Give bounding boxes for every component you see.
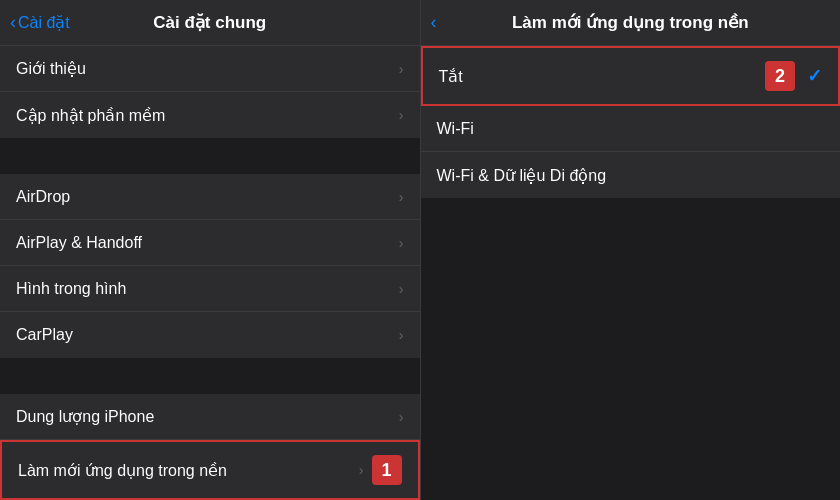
chevron-icon: ›	[399, 281, 404, 297]
section-2: AirDrop › AirPlay & Handoff › Hình trong…	[0, 174, 420, 358]
step-badge-2: 2	[765, 61, 795, 91]
chevron-icon: ›	[399, 61, 404, 77]
chevron-icon: ›	[359, 462, 364, 478]
checkmark-icon: ✓	[807, 65, 822, 87]
right-item-wifi-data[interactable]: Wi-Fi & Dữ liệu Di động	[421, 152, 841, 198]
chevron-icon: ›	[399, 409, 404, 425]
chevron-icon: ›	[399, 189, 404, 205]
left-settings-list: Giới thiệu › Cập nhật phần mềm › AirDrop…	[0, 46, 420, 500]
left-header: ‹ Cài đặt Cài đặt chung	[0, 0, 420, 46]
right-section-1: Tắt 2 ✓ Wi-Fi Wi-Fi & Dữ liệu Di động	[421, 46, 841, 198]
chevron-icon: ›	[399, 107, 404, 123]
right-panel-title: Làm mới ứng dụng trong nền	[512, 12, 749, 33]
list-item-gioi-thieu[interactable]: Giới thiệu ›	[0, 46, 420, 92]
left-panel: ‹ Cài đặt Cài đặt chung Giới thiệu › Cập…	[0, 0, 420, 500]
back-button[interactable]: ‹ Cài đặt	[10, 12, 70, 33]
list-item-dung-luong[interactable]: Dung lượng iPhone ›	[0, 394, 420, 440]
right-item-wifi[interactable]: Wi-Fi	[421, 106, 841, 152]
list-item-lam-moi[interactable]: Làm mới ứng dụng trong nền › 1	[0, 440, 420, 500]
section-gap-1	[0, 138, 420, 174]
section-gap-2	[0, 358, 420, 394]
chevron-icon: ›	[399, 327, 404, 343]
list-item-airplay-handoff[interactable]: AirPlay & Handoff ›	[0, 220, 420, 266]
right-item-tat[interactable]: Tắt 2 ✓	[421, 46, 841, 106]
right-header: ‹ Làm mới ứng dụng trong nền	[421, 0, 841, 46]
list-item-cap-nhat[interactable]: Cập nhật phần mềm ›	[0, 92, 420, 138]
list-item-airdrop[interactable]: AirDrop ›	[0, 174, 420, 220]
back-chevron-icon: ‹	[10, 12, 16, 33]
right-back-chevron-icon: ‹	[431, 12, 437, 33]
section-1: Giới thiệu › Cập nhật phần mềm ›	[0, 46, 420, 138]
list-item-carplay[interactable]: CarPlay ›	[0, 312, 420, 358]
right-settings-list: Tắt 2 ✓ Wi-Fi Wi-Fi & Dữ liệu Di động	[421, 46, 841, 500]
right-panel: ‹ Làm mới ứng dụng trong nền Tắt 2 ✓ Wi-…	[420, 0, 841, 500]
chevron-icon: ›	[399, 235, 404, 251]
back-label: Cài đặt	[18, 13, 70, 32]
step-badge-1: 1	[372, 455, 402, 485]
list-item-hinh-trong-hinh[interactable]: Hình trong hình ›	[0, 266, 420, 312]
left-panel-title: Cài đặt chung	[153, 12, 266, 33]
right-back-button[interactable]: ‹	[431, 12, 439, 33]
section-3: Dung lượng iPhone › Làm mới ứng dụng tro…	[0, 394, 420, 500]
